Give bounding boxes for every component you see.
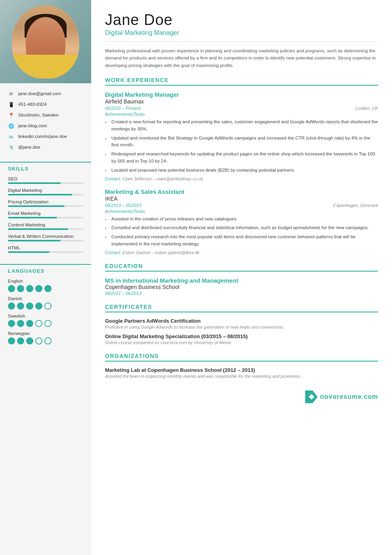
sidebar: ✉ jane.doe@gmail.com 📱 451-483-6924 📍 St… <box>0 0 91 555</box>
brand-name-text: novoresume.com <box>320 393 378 400</box>
skill-item: Pricing Optimization <box>8 199 83 207</box>
language-dot <box>35 302 42 310</box>
language-dot <box>35 285 42 292</box>
skill-name: HTML <box>8 245 83 250</box>
job-location: London, UK <box>355 106 378 111</box>
achievement-item: Located and proposed new potential busin… <box>105 167 378 174</box>
language-dot <box>8 337 15 344</box>
cert-desc: Online course completed on coursera.com … <box>105 340 378 345</box>
twitter-value: @jane.doe <box>18 144 40 150</box>
certificates-section: Google Partners AdWords Certification Pr… <box>105 318 378 345</box>
education-entry: MS in International Marketing and Manage… <box>105 277 378 296</box>
language-dot <box>8 285 15 292</box>
language-dot <box>44 337 52 344</box>
linkedin-contact: in linkedin.com/in/jane.doe <box>8 133 83 140</box>
language-dot <box>44 285 52 292</box>
work-experience-header: WORK EXPERIENCE <box>105 77 378 86</box>
language-dot <box>17 337 24 344</box>
blog-contact: 🌐 jane-blog.com <box>8 122 83 129</box>
candidate-job-title: Digital Marketing Manager <box>105 29 378 36</box>
achievement-item: Created a new format for reporting and p… <box>105 119 378 133</box>
edu-dates: 08/2011 – 06/2013 <box>105 291 378 296</box>
language-name: Swedish <box>8 314 83 318</box>
skill-name: Digital Marketing <box>8 188 83 193</box>
jobs-section: Digital Marketing Manager Airfield Bauma… <box>105 91 378 255</box>
candidate-name: Jane Doe <box>105 12 378 29</box>
phone-value: 451-483-6924 <box>18 101 47 107</box>
job-meta: 09/2013 – 05/2015 Copenhagen, Denmark <box>105 203 378 208</box>
company-name: IKEA <box>105 195 378 202</box>
skill-bar-track <box>8 182 83 184</box>
language-item: Swedish <box>8 314 83 327</box>
language-name: English <box>8 279 83 283</box>
achievement-item: Compiled and distributed successfully fi… <box>105 224 378 232</box>
organization-item: Marketing Lab at Copenhagen Business Sch… <box>105 367 378 379</box>
linkedin-icon: in <box>8 134 14 140</box>
language-dot <box>17 320 24 327</box>
skill-name: Pricing Optimization <box>8 199 83 204</box>
skill-item: Email Marketing <box>8 211 83 218</box>
achievement-item: Assisted in the creation of press releas… <box>105 216 378 223</box>
school-name: Copenhagen Business School <box>105 284 378 290</box>
language-dot <box>17 285 24 292</box>
skill-bar-fill <box>8 194 72 195</box>
skill-bar-track <box>8 228 83 230</box>
skill-bar-fill <box>8 251 50 253</box>
skill-name: SEO <box>8 176 83 181</box>
skill-bar-fill <box>8 182 61 184</box>
cert-desc: Proficient in using Google Adwords to in… <box>105 325 378 329</box>
company-name: Airfield Baumax <box>105 98 378 105</box>
language-dot <box>26 320 33 327</box>
skill-bar-track <box>8 251 83 253</box>
brand-logo-icon <box>305 390 318 403</box>
email-value: jane.doe@gmail.com <box>18 90 61 97</box>
skill-name: Email Marketing <box>8 211 83 216</box>
main-content: Jane Doe Digital Marketing Manager Marke… <box>91 0 392 555</box>
skills-section: SEO Digital Marketing Pricing Optimizati… <box>0 174 91 261</box>
work-entry: Digital Marketing Manager Airfield Bauma… <box>105 91 378 181</box>
phone-icon: 📱 <box>8 101 14 108</box>
skill-item: Digital Marketing <box>8 188 83 195</box>
location-icon: 📍 <box>8 112 14 119</box>
skill-name: Verbal & Written Communication <box>8 234 83 239</box>
degree-title: MS in International Marketing and Manage… <box>105 277 378 284</box>
skill-bar-track <box>8 217 83 218</box>
language-dot <box>8 320 15 327</box>
job-title: Marketing & Sales Assistant <box>105 188 378 195</box>
skills-section-title: SKILLS <box>0 162 91 174</box>
skill-bar-fill <box>8 205 65 207</box>
twitter-contact: 𝕏 @jane.doe <box>8 144 83 151</box>
skill-bar-fill <box>8 228 68 230</box>
skill-bar-track <box>8 194 83 195</box>
job-location: Copenhagen, Denmark <box>333 203 378 208</box>
organizations-header: ORGANIZATIONS <box>105 353 378 362</box>
achievements-label: Achievements/Tasks <box>105 112 378 117</box>
language-name: Danish <box>8 296 83 301</box>
certificate-item: Google Partners AdWords Certification Pr… <box>105 318 378 329</box>
language-dot <box>35 320 42 327</box>
skill-item: Content Marketing <box>8 222 83 230</box>
skill-name: Content Marketing <box>8 222 83 227</box>
blog-value: jane-blog.com <box>18 122 47 129</box>
achievements-list: Assisted in the creation of press releas… <box>105 216 378 248</box>
contact-ref: Contact: Esben Gabriel – esben.gabriel@i… <box>105 250 378 255</box>
skill-bar-fill <box>8 217 57 218</box>
work-entry: Marketing & Sales Assistant IKEA 09/2013… <box>105 188 378 255</box>
education-section: MS in International Marketing and Manage… <box>105 277 378 296</box>
language-item: Danish <box>8 296 83 310</box>
language-dot <box>35 337 42 344</box>
header-section: Jane Doe Digital Marketing Manager <box>105 12 378 36</box>
language-item: Norwegian <box>8 331 83 344</box>
language-dots <box>8 302 83 310</box>
twitter-icon: 𝕏 <box>8 144 14 151</box>
skill-item: HTML <box>8 245 83 253</box>
language-dot <box>26 302 33 310</box>
language-name: Norwegian <box>8 331 83 336</box>
language-dots <box>8 320 83 327</box>
language-dot <box>26 337 33 344</box>
skill-bar-track <box>8 240 83 241</box>
blog-icon: 🌐 <box>8 123 14 129</box>
language-dot <box>8 302 15 310</box>
certificate-item: Online Digital Marketing Specialization … <box>105 333 378 345</box>
job-title: Digital Marketing Manager <box>105 91 378 98</box>
